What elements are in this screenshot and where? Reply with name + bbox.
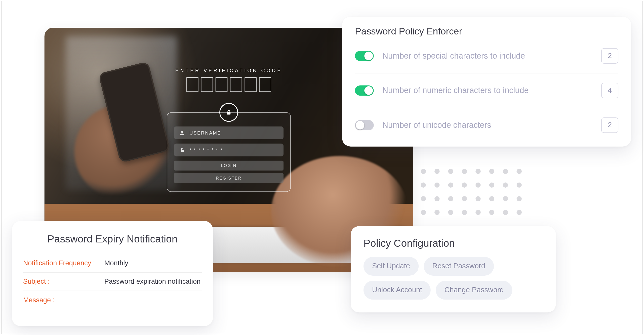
login-button[interactable]: LOGIN xyxy=(174,161,284,171)
policy-configuration-card: Policy Configuration Self Update Reset P… xyxy=(351,226,556,312)
verification-label: ENTER VERIFICATION CODE xyxy=(167,68,291,73)
ppe-label: Number of numeric characters to include xyxy=(382,86,593,95)
lock-small-icon xyxy=(179,147,185,153)
expiry-value: Password expiration notification xyxy=(104,278,201,286)
svg-point-1 xyxy=(181,131,183,133)
toggle-special-chars[interactable] xyxy=(355,51,374,61)
verification-code-boxes[interactable] xyxy=(167,77,291,92)
username-placeholder: USERNAME xyxy=(189,130,221,135)
ppe-row-unicode-chars: Number of unicode characters 2 xyxy=(355,108,618,144)
ppe-label: Number of unicode characters xyxy=(382,120,593,130)
expiry-key: Notification Frequency : xyxy=(23,260,104,267)
toggle-numeric-chars[interactable] xyxy=(355,86,374,96)
code-box[interactable] xyxy=(186,77,198,92)
chip-change-password[interactable]: Change Password xyxy=(436,281,512,300)
code-box[interactable] xyxy=(216,77,228,92)
ppe-value-input[interactable]: 2 xyxy=(601,48,618,64)
password-expiry-card: Password Expiry Notification Notificatio… xyxy=(12,221,213,326)
svg-rect-0 xyxy=(227,112,230,115)
password-mask: * * * * * * * * xyxy=(189,147,223,152)
expiry-key: Subject : xyxy=(23,278,104,286)
ppe-label: Number of special characters to include xyxy=(382,51,593,61)
ppe-title: Password Policy Enforcer xyxy=(355,26,618,37)
username-field[interactable]: USERNAME xyxy=(174,127,284,139)
lock-icon xyxy=(219,103,238,122)
expiry-value: Monthly xyxy=(104,260,128,267)
password-policy-enforcer-card: Password Policy Enforcer Number of speci… xyxy=(342,17,631,147)
code-box[interactable] xyxy=(230,77,242,92)
ppe-value-input[interactable]: 4 xyxy=(601,83,618,98)
toggle-unicode-chars[interactable] xyxy=(355,120,374,130)
chip-self-update[interactable]: Self Update xyxy=(364,257,419,276)
code-box[interactable] xyxy=(259,77,271,92)
expiry-row-message: Message : xyxy=(23,291,202,309)
policy-config-title: Policy Configuration xyxy=(364,237,543,249)
login-card: USERNAME * * * * * * * * LOGIN REGISTER xyxy=(167,112,291,192)
password-field[interactable]: * * * * * * * * xyxy=(174,144,284,156)
expiry-row-subject: Subject : Password expiration notificati… xyxy=(23,273,202,291)
register-button[interactable]: REGISTER xyxy=(174,173,284,183)
login-overlay: ENTER VERIFICATION CODE USERNAME xyxy=(167,68,291,192)
policy-chip-group: Self Update Reset Password Unlock Accoun… xyxy=(364,257,543,300)
canvas: ENTER VERIFICATION CODE USERNAME xyxy=(1,1,643,334)
ppe-value-input[interactable]: 2 xyxy=(601,117,618,133)
chip-reset-password[interactable]: Reset Password xyxy=(424,257,494,276)
chip-unlock-account[interactable]: Unlock Account xyxy=(364,281,431,300)
code-box[interactable] xyxy=(201,77,213,92)
decorative-dot-grid xyxy=(421,169,522,215)
expiry-title: Password Expiry Notification xyxy=(23,233,202,245)
ppe-row-special-chars: Number of special characters to include … xyxy=(355,39,618,73)
expiry-key: Message : xyxy=(23,296,104,304)
svg-rect-2 xyxy=(181,150,184,152)
expiry-row-frequency: Notification Frequency : Monthly xyxy=(23,254,202,273)
ppe-row-numeric-chars: Number of numeric characters to include … xyxy=(355,73,618,108)
code-box[interactable] xyxy=(245,77,257,92)
user-icon xyxy=(179,130,185,136)
